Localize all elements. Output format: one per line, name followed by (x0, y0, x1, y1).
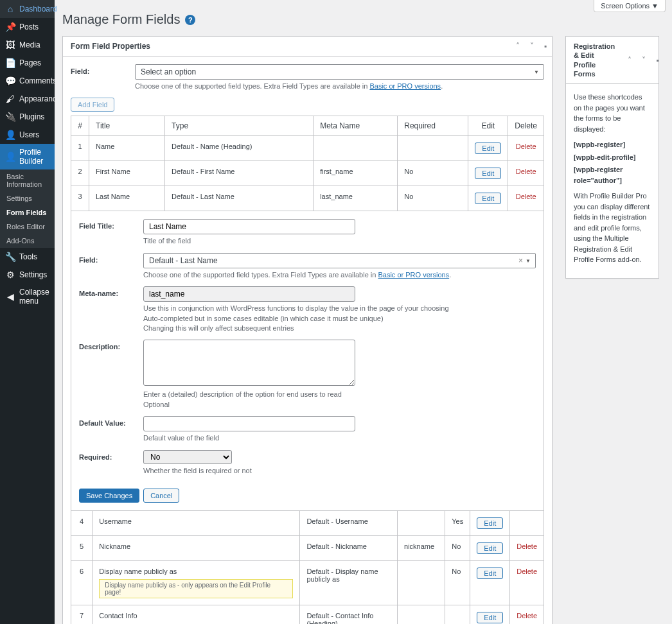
sidebar-sub-settings[interactable]: Settings (0, 191, 55, 205)
sidebar-sub-form-fields[interactable]: Form Fields (0, 205, 55, 220)
menu-icon: 👤 (5, 130, 15, 140)
sidebar-item-settings[interactable]: ⚙Settings (0, 266, 55, 284)
menu-icon: 🔌 (5, 112, 15, 122)
toggle-up-icon[interactable]: ˄ (623, 56, 637, 65)
edit-button[interactable]: Edit (475, 143, 501, 154)
menu-icon: 📄 (5, 58, 15, 68)
field-note: Display name publicly as - only appears … (99, 579, 293, 598)
table-row: 6Display name publicly asDisplay name pu… (71, 560, 544, 605)
sidebar-item-profile-builder[interactable]: 👤Profile Builder (0, 144, 55, 169)
edit-button[interactable]: Edit (477, 517, 503, 529)
menu-icon: ◀ (5, 291, 15, 302)
sidebar-item-media[interactable]: 🖼Media (0, 36, 55, 54)
delete-link[interactable]: Delete (516, 168, 536, 175)
delete-link[interactable]: Delete (517, 568, 537, 575)
table-row: 1NameDefault - Name (Heading)EditDelete (71, 136, 544, 161)
field-type-select[interactable]: Select an option (135, 64, 544, 80)
admin-sidebar: ⌂Dashboard📌Posts🖼Media📄Pages💬Comments🖌Ap… (0, 0, 55, 624)
edit-field-panel: Field Title: Title of the field Field: (71, 211, 544, 510)
col-required: Required (398, 116, 468, 136)
col-meta-name: Meta Name (314, 116, 398, 136)
field-title-input[interactable] (143, 219, 355, 234)
delete-link[interactable]: Delete (516, 193, 536, 200)
fields-table-bottom: 4UsernameDefault - UsernameYesEdit5Nickn… (71, 510, 544, 624)
fields-table: #TitleTypeMeta NameRequiredEditDelete 1N… (71, 116, 544, 211)
edit-button[interactable]: Edit (475, 193, 501, 204)
sidebar-item-dashboard[interactable]: ⌂Dashboard (0, 0, 55, 18)
delete-link[interactable]: Delete (516, 143, 536, 150)
toggle-down-icon[interactable]: ˅ (525, 42, 539, 51)
sidebar-item-appearance[interactable]: 🖌Appearance (0, 90, 55, 108)
registration-forms-box: Registration & Edit Profile Forms ˄ ˅ ▪ … (565, 36, 659, 279)
screen-options-toggle[interactable]: Screen Options ▼ (594, 0, 666, 12)
sidebar-item-posts[interactable]: 📌Posts (0, 18, 55, 36)
edit-field-type-select[interactable]: Default - Last Name (143, 253, 536, 268)
table-row: 4UsernameDefault - UsernameYesEdit (71, 510, 544, 535)
sidebar-item-tools[interactable]: 🔧Tools (0, 248, 55, 266)
sidebar-item-collapse-menu[interactable]: ◀Collapse menu (0, 284, 55, 309)
sidebar-sub-roles-editor[interactable]: Roles Editor (0, 220, 55, 234)
menu-icon: ⚙ (5, 270, 15, 280)
cancel-button[interactable]: Cancel (143, 489, 179, 503)
menu-icon: 📌 (5, 22, 15, 32)
shortcode: [wppb-edit-profile] (574, 152, 651, 163)
panel-menu-icon[interactable]: ▪ (539, 42, 552, 51)
toggle-up-icon[interactable]: ˄ (511, 42, 525, 51)
toggle-down-icon[interactable]: ˅ (637, 56, 651, 65)
table-row: 7Contact InfoDefault - Contact Info (Hea… (71, 605, 544, 624)
sidebar-sub-add-ons[interactable]: Add-Ons (0, 234, 55, 248)
page-title: Manage Form Fields ? (62, 6, 659, 30)
edit-button[interactable]: Edit (477, 568, 503, 579)
panel-title: Form Field Properties (63, 37, 511, 56)
required-select[interactable]: No (143, 450, 232, 464)
table-row: 5NicknameDefault - NicknamenicknameNoEdi… (71, 535, 544, 560)
col-type: Type (165, 116, 314, 136)
add-field-button[interactable]: Add Field (71, 98, 114, 112)
edit-button[interactable]: Edit (477, 542, 503, 554)
field-label: Field: (71, 64, 135, 75)
pro-link-2[interactable]: Basic or PRO versions (378, 271, 449, 279)
pro-link[interactable]: Basic or PRO versions (369, 82, 441, 90)
menu-icon: ⌂ (5, 4, 15, 14)
col-#: # (71, 116, 89, 136)
table-row: 2First NameDefault - First Namefirst_nam… (71, 161, 544, 186)
save-changes-button[interactable]: Save Changes (79, 489, 139, 503)
menu-icon: 👤 (5, 152, 15, 162)
field-help-text: Choose one of the supported field types.… (135, 82, 544, 91)
edit-button[interactable]: Edit (477, 612, 503, 623)
meta-name-input[interactable] (143, 286, 355, 302)
sidebar-item-comments[interactable]: 💬Comments (0, 72, 55, 90)
description-textarea[interactable] (143, 340, 355, 386)
default-value-input[interactable] (143, 416, 355, 431)
menu-icon: 🖌 (5, 94, 15, 104)
shortcode: [wppb-register role="author"] (574, 164, 651, 186)
col-title: Title (89, 116, 165, 136)
menu-icon: 🖼 (5, 40, 15, 50)
menu-icon: 🔧 (5, 252, 15, 262)
clear-icon[interactable]: × (518, 256, 523, 265)
form-field-properties-box: Form Field Properties ˄ ˅ ▪ Field: Selec… (62, 36, 553, 624)
sidebar-item-users[interactable]: 👤Users (0, 126, 55, 144)
panel-menu-icon[interactable]: ▪ (651, 56, 664, 65)
col-delete: Delete (508, 116, 544, 136)
table-row: 3Last NameDefault - Last Namelast_nameNo… (71, 186, 544, 211)
help-icon[interactable]: ? (185, 15, 195, 25)
edit-button[interactable]: Edit (475, 168, 501, 179)
sidebar-item-pages[interactable]: 📄Pages (0, 54, 55, 72)
menu-icon: 💬 (5, 76, 15, 86)
sidebar-item-plugins[interactable]: 🔌Plugins (0, 108, 55, 126)
sidebar-sub-basic-information[interactable]: Basic Information (0, 169, 55, 191)
col-edit: Edit (468, 116, 508, 136)
shortcode: [wppb-register] (574, 139, 651, 150)
delete-link[interactable]: Delete (517, 542, 537, 550)
delete-link[interactable]: Delete (517, 612, 537, 620)
